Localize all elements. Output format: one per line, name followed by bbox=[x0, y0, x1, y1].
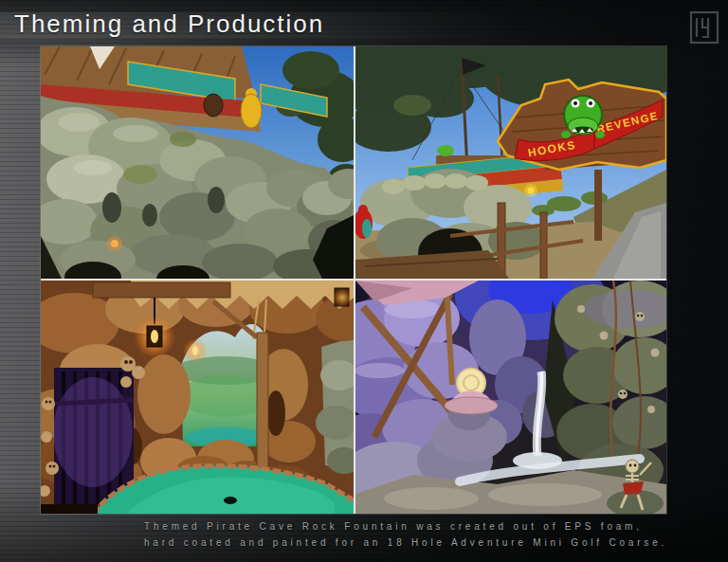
hooks-revenge-illustration: HOOKS REVENGE bbox=[355, 46, 666, 279]
slide-caption: Themed Pirate Cave Rock Fountain was cre… bbox=[144, 518, 713, 551]
slide-title: Theming and Production bbox=[14, 9, 324, 39]
gallery-photo-rock-cliff bbox=[41, 46, 354, 279]
gallery-photo-purple-grotto bbox=[355, 281, 666, 514]
gallery-photo-hooks-revenge: HOOKS REVENGE bbox=[355, 46, 666, 279]
photo-gallery-panel: HOOKS REVENGE bbox=[41, 46, 666, 514]
rock-cliff-illustration bbox=[41, 46, 354, 279]
studio-monogram-icon bbox=[689, 10, 719, 45]
caption-line-2: hard coated and painted for an 18 Hole A… bbox=[144, 535, 713, 551]
purple-grotto-illustration bbox=[355, 281, 666, 514]
slide-page: Theming and Production bbox=[0, 0, 728, 562]
gallery-photo-cave-interior bbox=[41, 281, 354, 514]
caption-line-1: Themed Pirate Cave Rock Fountain was cre… bbox=[144, 518, 713, 535]
cave-interior-illustration bbox=[41, 281, 354, 514]
